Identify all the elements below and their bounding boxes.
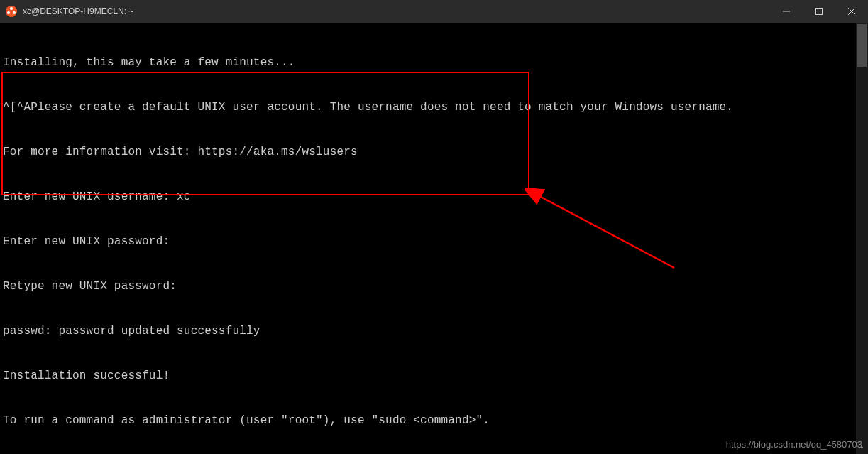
scrollbar-vertical[interactable]: ▾ bbox=[856, 23, 868, 454]
terminal-window: xc@DESKTOP-H9MECLN: ~ Installing, this m… bbox=[0, 0, 868, 454]
minimize-button[interactable] bbox=[770, 0, 803, 23]
close-button[interactable] bbox=[835, 0, 868, 23]
terminal-line: passwd: password updated successfully bbox=[3, 324, 856, 339]
close-icon bbox=[848, 8, 855, 15]
terminal-line: Retype new UNIX password: bbox=[3, 279, 856, 294]
terminal-content[interactable]: Installing, this may take a few minutes.… bbox=[0, 23, 856, 454]
terminal-line: ^[^APlease create a default UNIX user ac… bbox=[3, 100, 856, 115]
svg-rect-1 bbox=[816, 9, 823, 15]
terminal-line: For more information visit: https://aka.… bbox=[3, 145, 856, 160]
minimize-icon bbox=[783, 8, 790, 15]
window-title: xc@DESKTOP-H9MECLN: ~ bbox=[23, 6, 133, 16]
terminal-line: Enter new UNIX username: xc bbox=[3, 190, 856, 205]
maximize-icon bbox=[815, 8, 823, 15]
terminal-line: Enter new UNIX password: bbox=[3, 234, 856, 249]
watermark-text: https://blog.csdn.net/qq_4580703 bbox=[726, 439, 862, 450]
maximize-button[interactable] bbox=[803, 0, 835, 23]
titlebar-left: xc@DESKTOP-H9MECLN: ~ bbox=[6, 6, 133, 17]
terminal-line: To run a command as administrator (user … bbox=[3, 414, 856, 428]
terminal-line: Installing, this may take a few minutes.… bbox=[3, 55, 856, 70]
window-controls bbox=[770, 0, 868, 23]
scrollbar-thumb[interactable] bbox=[857, 24, 867, 67]
ubuntu-icon bbox=[6, 6, 17, 17]
terminal-area[interactable]: Installing, this may take a few minutes.… bbox=[0, 23, 868, 454]
terminal-line: Installation successful! bbox=[3, 369, 856, 384]
titlebar[interactable]: xc@DESKTOP-H9MECLN: ~ bbox=[0, 0, 868, 23]
